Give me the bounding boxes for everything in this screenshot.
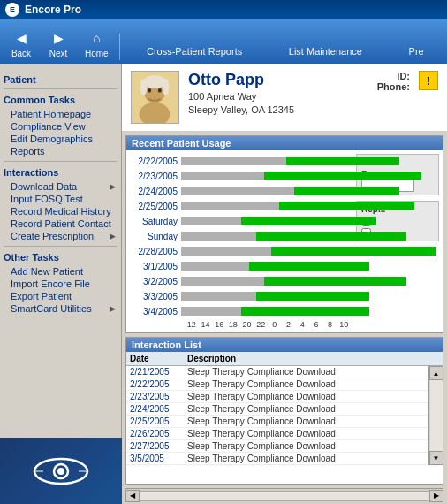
sidebar-item-reports[interactable]: Reports [4, 145, 117, 157]
patient-photo [131, 71, 179, 124]
scroll-up-button[interactable]: ▲ [429, 366, 443, 380]
interaction-row[interactable]: 2/23/2005Sleep Therapy Compliance Downlo… [126, 391, 428, 403]
chart-row[interactable]: Sunday8:09 [130, 229, 351, 243]
sidebar-item-smartcard[interactable]: SmartCard Utilities ▶ [4, 302, 117, 315]
nav-links: Cross-Patient Reports List Maintenance P… [124, 46, 447, 60]
gray-bar [181, 217, 241, 225]
main-layout: Patient Common Tasks Patient Homepage Co… [0, 64, 447, 504]
interaction-desc: Sleep Therapy Compliance Download [187, 404, 425, 414]
warning-icon[interactable]: ! [419, 71, 438, 90]
chart-date-label: 2/28/2005 [130, 247, 181, 256]
chart-bar-area [181, 201, 326, 211]
nav-list-maintenance[interactable]: List Maintenance [289, 46, 362, 57]
sidebar-item-export-patient[interactable]: Export Patient [4, 290, 117, 302]
chart-row[interactable]: 3/4/20058:31 [130, 304, 351, 318]
chart-row[interactable]: 2/24/20057:40 [130, 184, 351, 198]
home-icon: ⌂ [87, 28, 106, 48]
chart-left: 2/22/20057:562/23/20057:392/24/20057:402… [130, 154, 351, 329]
sidebar-divider-3 [4, 246, 117, 247]
nav-cross-patient[interactable]: Cross-Patient Reports [147, 46, 242, 57]
chart-row[interactable]: 3/3/20057:33 [130, 289, 351, 303]
sidebar-item-create-prescription[interactable]: Create Prescription ▶ [4, 230, 117, 242]
next-button[interactable]: ▶ Next [41, 27, 76, 60]
phone-label: Phone: [377, 81, 410, 92]
chart-row[interactable]: 3/2/20058:13 [130, 274, 351, 288]
interaction-row[interactable]: 2/24/2005Sleep Therapy Compliance Downlo… [126, 403, 428, 416]
chart-date-label: 3/1/2005 [130, 262, 181, 271]
gray-bar [181, 247, 271, 256]
interaction-date: 2/27/2005 [130, 441, 187, 451]
col-desc-header: Description [187, 354, 439, 363]
gray-bar [181, 292, 256, 301]
green-bar [249, 262, 369, 271]
home-label: Home [85, 49, 109, 58]
interaction-date: 3/5/2005 [130, 454, 187, 463]
interaction-row[interactable]: 2/22/2005Sleep Therapy Compliance Downlo… [126, 378, 428, 391]
interaction-row[interactable]: 2/27/2005Sleep Therapy Compliance Downlo… [126, 440, 428, 453]
scroll-track [430, 380, 443, 451]
arrow-icon-2: ▶ [110, 232, 116, 241]
axis-label: 12 [185, 320, 199, 329]
green-bar [271, 247, 436, 256]
interaction-table: Date Description 2/21/2005Sleep Therapy … [126, 352, 443, 484]
sidebar-item-patient-homepage[interactable]: Patient Homepage [4, 108, 117, 120]
axis-label: 16 [212, 320, 226, 329]
svg-point-10 [163, 79, 170, 95]
bottom-scrollbar: ◀ ▶ [125, 488, 443, 502]
sidebar-item-record-medical[interactable]: Record Medical History [4, 205, 117, 218]
next-icon: ▶ [49, 28, 68, 48]
sidebar-item-add-patient[interactable]: Add New Patient [4, 265, 117, 278]
app-title: Encore Pro [25, 4, 81, 16]
chart-row[interactable]: 2/22/20057:56 [130, 154, 351, 168]
chart-row[interactable]: Saturday6:48 [130, 214, 351, 228]
axis-label: 22 [254, 320, 268, 329]
interaction-row[interactable]: 2/21/2005Sleep Therapy Compliance Downlo… [126, 366, 428, 378]
back-label: Back [11, 49, 31, 58]
interaction-desc: Sleep Therapy Compliance Download [187, 441, 425, 451]
chart-row[interactable]: 2/28/20058:58 [130, 244, 351, 258]
gray-bar [181, 262, 249, 271]
interaction-date: 2/24/2005 [130, 404, 187, 414]
interaction-row[interactable]: 2/26/2005Sleep Therapy Compliance Downlo… [126, 428, 428, 440]
top-nav: ◀ Back ▶ Next ⌂ Home Cross-Patient Repor… [0, 19, 447, 64]
interaction-date: 2/23/2005 [130, 392, 187, 401]
chart-date-label: 2/22/2005 [130, 157, 181, 166]
chart-axis: 1214161820220246810 [130, 320, 351, 329]
interaction-row[interactable]: 2/25/2005Sleep Therapy Compliance Downlo… [126, 416, 428, 428]
patient-avatar-svg [132, 71, 178, 124]
sidebar-item-compliance-view[interactable]: Compliance View [4, 120, 117, 133]
sidebar-item-record-contact[interactable]: Record Patient Contact [4, 218, 117, 230]
green-bar [279, 202, 414, 210]
sidebar-item-edit-demographics[interactable]: Edit Demographics [4, 133, 117, 145]
hscroll-left-button[interactable]: ◀ [125, 490, 140, 502]
hscroll-right-button[interactable]: ▶ [429, 490, 443, 502]
scroll-down-button[interactable]: ▼ [429, 451, 443, 465]
gray-bar [181, 172, 264, 180]
gray-bar [181, 277, 264, 286]
interaction-desc: Sleep Therapy Compliance Download [187, 454, 425, 463]
sidebar-item-download-data[interactable]: Download Data ▶ [4, 180, 117, 193]
sidebar-patient-section: Patient [4, 74, 117, 85]
chart-row[interactable]: 2/23/20057:39 [130, 169, 351, 183]
chart-date-label: 2/24/2005 [130, 187, 181, 196]
sidebar: Patient Common Tasks Patient Homepage Co… [0, 64, 122, 504]
interaction-desc: Sleep Therapy Compliance Download [187, 392, 425, 401]
col-date-header: Date [130, 354, 187, 363]
nav-pre[interactable]: Pre [409, 46, 424, 57]
sidebar-item-import-encore[interactable]: Import Encore File [4, 278, 117, 290]
home-button[interactable]: ⌂ Home [78, 27, 116, 60]
axis-label: 6 [309, 320, 323, 329]
interaction-row[interactable]: 3/5/2005Sleep Therapy Compliance Downloa… [126, 453, 428, 465]
patient-name: Otto Papp [188, 71, 368, 90]
chart-row[interactable]: 3/1/20056:46 [130, 259, 351, 273]
axis-label: 20 [240, 320, 254, 329]
chart-row[interactable]: 2/25/20058:30 [130, 199, 351, 213]
gray-bar [181, 232, 256, 241]
back-button[interactable]: ◀ Back [4, 27, 39, 60]
sidebar-item-input-fosq[interactable]: Input FOSQ Test [4, 193, 117, 205]
gray-bar [181, 307, 241, 316]
green-bar [256, 232, 406, 241]
chart-bar-area [181, 231, 326, 241]
interaction-scroll: 2/21/2005Sleep Therapy Compliance Downlo… [126, 366, 443, 465]
interaction-list-rows: 2/21/2005Sleep Therapy Compliance Downlo… [126, 366, 428, 465]
